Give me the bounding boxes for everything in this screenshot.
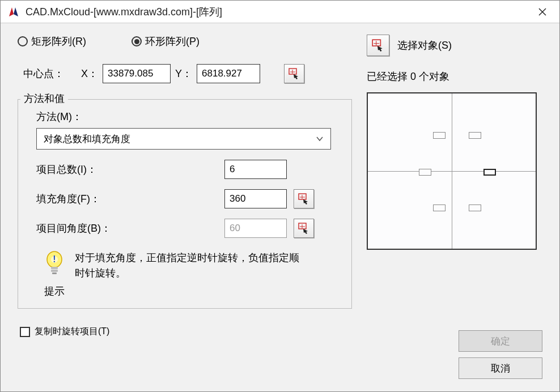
method-value: 对象总数和填充角度 <box>44 133 130 146</box>
preview-item <box>419 169 431 176</box>
pick-fill-angle-button[interactable] <box>294 189 314 208</box>
total-items-input[interactable] <box>224 160 287 179</box>
right-column: 选择对象(S) 已经选择 0 个对象 <box>367 35 542 250</box>
preview-box <box>367 92 537 250</box>
chevron-down-icon <box>316 136 324 142</box>
dialog-buttons: 确定 取消 <box>459 330 542 379</box>
pick-point-icon <box>288 67 300 80</box>
fill-angle-row: 填充角度(F)： <box>28 189 341 208</box>
dialog-content: 矩形阵列(R) 环形阵列(P) 中心点： X： Y： <box>1 23 559 391</box>
between-angle-row: 项目间角度(B)： <box>28 219 341 238</box>
center-label: 中心点： <box>23 67 64 80</box>
preview-item-selected <box>483 169 496 176</box>
radio-rect-label: 矩形阵列(R) <box>31 35 86 48</box>
svg-rect-16 <box>51 267 58 269</box>
rotate-copy-checkbox[interactable]: 复制时旋转项目(T) <box>18 326 352 338</box>
select-objects-label: 选择对象(S) <box>397 39 452 52</box>
dialog-window: CAD.MxCloud-[www.mxdraw3d.com]-[阵列] 矩形阵列… <box>0 0 560 392</box>
method-label: 方法(M)： <box>36 110 341 123</box>
tip-text: 对于填充角度，正值指定逆时针旋转，负值指定顺时针旋转。 <box>75 250 302 281</box>
radio-icon <box>18 36 28 46</box>
fill-angle-label: 填充角度(F)： <box>36 192 218 206</box>
center-y-input[interactable] <box>197 64 260 83</box>
preview-item <box>433 204 446 211</box>
between-angle-input <box>224 219 287 238</box>
ok-button: 确定 <box>459 330 542 352</box>
left-column: 矩形阵列(R) 环形阵列(P) 中心点： X： Y： <box>18 35 352 338</box>
center-x-input[interactable] <box>103 64 171 83</box>
pick-center-button[interactable] <box>284 64 304 83</box>
select-objects-row: 选择对象(S) <box>367 35 542 56</box>
radio-icon <box>131 36 142 46</box>
svg-marker-1 <box>14 7 18 16</box>
method-dropdown[interactable]: 对象总数和填充角度 <box>36 128 331 150</box>
app-icon <box>7 6 20 18</box>
method-row: 方法(M)： 对象总数和填充角度 <box>28 110 341 150</box>
selection-status: 已经选择 0 个对象 <box>367 70 542 83</box>
tip-row: ! 对于填充角度，正值指定逆时针旋转，负值指定顺时针旋转。 <box>28 250 341 281</box>
close-button[interactable] <box>530 2 555 22</box>
preview-item <box>433 132 446 139</box>
pick-between-angle-button[interactable] <box>294 219 314 238</box>
preview-item <box>469 204 481 211</box>
window-title: CAD.MxCloud-[www.mxdraw3d.com]-[阵列] <box>26 5 530 19</box>
total-items-label: 项目总数(I)： <box>36 163 218 176</box>
radio-polar-label: 环形阵列(P) <box>145 35 200 48</box>
total-items-row: 项目总数(I)： <box>28 160 341 179</box>
svg-rect-18 <box>52 272 57 274</box>
svg-text:!: ! <box>53 254 56 264</box>
svg-marker-0 <box>9 7 14 16</box>
center-x-label: X： <box>81 67 98 80</box>
close-icon <box>538 8 546 16</box>
tip-label: 提示 <box>28 284 341 298</box>
pick-point-icon <box>298 193 310 205</box>
cancel-button[interactable]: 取消 <box>459 357 542 379</box>
center-point-row: 中心点： X： Y： <box>18 64 352 83</box>
pick-point-icon <box>371 39 385 52</box>
preview-item <box>469 132 481 139</box>
between-angle-label: 项目间角度(B)： <box>36 221 218 235</box>
svg-rect-17 <box>51 270 58 272</box>
fill-angle-input[interactable] <box>224 189 287 208</box>
radio-polar-array[interactable]: 环形阵列(P) <box>131 35 200 48</box>
array-type-radios: 矩形阵列(R) 环形阵列(P) <box>18 35 352 48</box>
checkbox-icon <box>20 327 30 337</box>
center-y-label: Y： <box>175 67 192 80</box>
pick-point-icon <box>298 222 310 235</box>
preview-axis-horizontal <box>368 171 536 172</box>
groupbox-title: 方法和值 <box>20 92 68 105</box>
rotate-copy-label: 复制时旋转项目(T) <box>35 326 109 338</box>
radio-rect-array[interactable]: 矩形阵列(R) <box>18 35 86 48</box>
titlebar: CAD.MxCloud-[www.mxdraw3d.com]-[阵列] <box>1 1 559 23</box>
select-objects-button[interactable] <box>367 35 389 56</box>
method-groupbox: 方法和值 方法(M)： 对象总数和填充角度 项目总数(I)： 填充角度( <box>18 99 352 309</box>
lightbulb-icon: ! <box>44 250 65 278</box>
